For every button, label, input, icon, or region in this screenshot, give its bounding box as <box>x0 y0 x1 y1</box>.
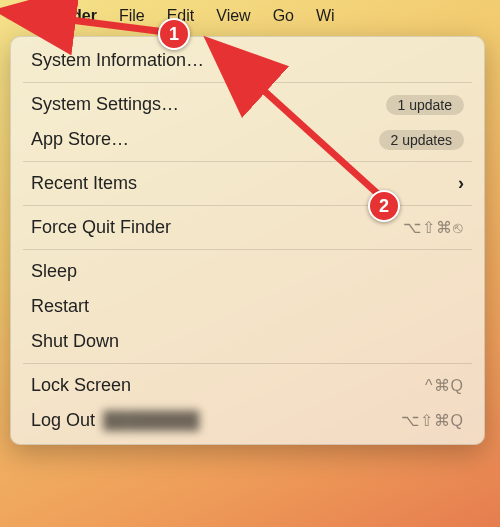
keyboard-shortcut: ⌥⇧⌘Q <box>401 411 464 430</box>
menubar-wi-truncated[interactable]: Wi <box>316 7 335 25</box>
menu-force-quit[interactable]: Force Quit Finder ⌥⇧⌘⎋ <box>11 210 484 245</box>
menubar-finder[interactable]: Finder <box>48 7 97 25</box>
menu-system-information[interactable]: System Information… <box>11 43 484 78</box>
menu-label: Force Quit Finder <box>31 217 171 238</box>
update-badge: 1 update <box>386 95 465 115</box>
keyboard-shortcut: ⌥⇧⌘⎋ <box>403 218 464 237</box>
menu-app-store[interactable]: App Store… 2 updates <box>11 122 484 157</box>
menu-lock-screen[interactable]: Lock Screen ^⌘Q <box>11 368 484 403</box>
menubar-edit[interactable]: Edit <box>167 7 195 25</box>
apple-menu-icon[interactable] <box>6 12 26 20</box>
menu-label: System Settings… <box>31 94 179 115</box>
menubar-view[interactable]: View <box>216 7 250 25</box>
menu-system-settings[interactable]: System Settings… 1 update <box>11 87 484 122</box>
apple-menu-dropdown: System Information… System Settings… 1 u… <box>10 36 485 445</box>
menu-label: Sleep <box>31 261 77 282</box>
menu-separator <box>23 363 472 364</box>
menu-label: Lock Screen <box>31 375 131 396</box>
menu-label: Recent Items <box>31 173 137 194</box>
menu-log-out[interactable]: Log Out ████████ ⌥⇧⌘Q <box>11 403 484 438</box>
menu-sleep[interactable]: Sleep <box>11 254 484 289</box>
menu-shut-down[interactable]: Shut Down <box>11 324 484 359</box>
menu-recent-items[interactable]: Recent Items › <box>11 166 484 201</box>
menu-label: Log Out <box>31 410 95 431</box>
menu-separator <box>23 161 472 162</box>
menubar-file[interactable]: File <box>119 7 145 25</box>
chevron-right-icon: › <box>458 173 464 194</box>
keyboard-shortcut: ^⌘Q <box>425 376 464 395</box>
menu-separator <box>23 82 472 83</box>
redacted-username: ████████ <box>103 411 199 431</box>
menu-label: Shut Down <box>31 331 119 352</box>
menu-label: System Information… <box>31 50 204 71</box>
menu-label: App Store… <box>31 129 129 150</box>
menu-separator <box>23 205 472 206</box>
update-badge: 2 updates <box>379 130 465 150</box>
menubar-go[interactable]: Go <box>273 7 294 25</box>
menu-restart[interactable]: Restart <box>11 289 484 324</box>
menu-label: Restart <box>31 296 89 317</box>
menubar: Finder File Edit View Go Wi <box>0 0 500 32</box>
menu-separator <box>23 249 472 250</box>
